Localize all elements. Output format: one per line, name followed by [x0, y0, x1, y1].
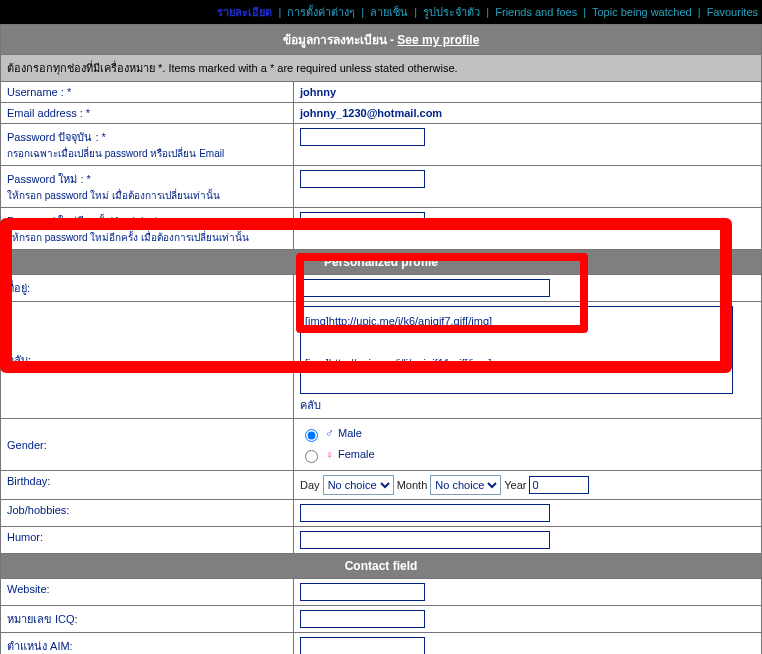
year-input[interactable]	[529, 476, 589, 494]
email-label: Email address : *	[1, 103, 294, 124]
nav-friends[interactable]: Friends and foes	[495, 6, 577, 18]
nav-signature[interactable]: ลายเซ็น	[370, 6, 408, 18]
month-text: Month	[397, 479, 428, 491]
password-again-input[interactable]	[300, 212, 425, 230]
password-new-label: Password ใหม่ : * ให้กรอก password ใหม่ …	[1, 166, 294, 208]
male-icon: ♂	[325, 423, 334, 445]
profile-table: ข้อมูลการลงทะเบียน - See my profile ต้อง…	[0, 24, 762, 654]
email-value: johnny_1230@hotmail.com	[294, 103, 762, 124]
icq-input[interactable]	[300, 610, 425, 628]
day-text: Day	[300, 479, 320, 491]
nav-details[interactable]: รายละเอียด	[217, 6, 272, 18]
birthday-label: Birthday:	[1, 471, 294, 500]
humor-input[interactable]	[300, 531, 550, 549]
gender-female-text: Female	[338, 445, 375, 465]
username-label: Username : *	[1, 82, 294, 103]
password-current-label: Password ปัจจุบัน : * กรอกเฉพาะเมื่อเปลี…	[1, 124, 294, 166]
club-hint: คลับ	[300, 396, 755, 414]
required-note: ต้องกรอกทุกช่องที่มีเครื่องหมาย *. Items…	[1, 55, 762, 82]
gender-male-text: Male	[338, 424, 362, 444]
see-profile-link[interactable]: See my profile	[397, 33, 479, 47]
nav-watched[interactable]: Topic being watched	[592, 6, 692, 18]
password-again-label: Password ใหม่อีกครั้ง(Again) : * ให้กรอก…	[1, 208, 294, 250]
password-current-input[interactable]	[300, 128, 425, 146]
location-label: ที่อยู่:	[1, 275, 294, 302]
icq-label: หมายเลข ICQ:	[1, 606, 294, 633]
website-label: Website:	[1, 579, 294, 606]
day-select[interactable]: No choice	[323, 475, 394, 495]
year-text: Year	[504, 479, 526, 491]
header-personalized: Personalized profile	[1, 250, 762, 275]
job-label: Job/hobbies:	[1, 500, 294, 527]
nav-favourites[interactable]: Favourites	[707, 6, 758, 18]
humor-label: Humor:	[1, 527, 294, 554]
website-input[interactable]	[300, 583, 425, 601]
aim-label: ตำแหน่ง AIM:	[1, 633, 294, 654]
header-contact: Contact field	[1, 554, 762, 579]
female-icon: ♀	[325, 445, 334, 467]
month-select[interactable]: No choice	[430, 475, 501, 495]
header-reginfo: ข้อมูลการลงทะเบียน - See my profile	[1, 25, 762, 55]
username-value: johnny	[294, 82, 762, 103]
club-textarea[interactable]	[300, 306, 733, 394]
gender-male-radio[interactable]	[305, 429, 318, 442]
club-label: คลับ:	[1, 302, 294, 419]
gender-female-radio[interactable]	[305, 450, 318, 463]
password-new-input[interactable]	[300, 170, 425, 188]
nav-avatar[interactable]: รูปประจำตัว	[423, 6, 480, 18]
location-input[interactable]	[300, 279, 550, 297]
nav-settings[interactable]: การตั้งค่าต่างๆ	[287, 6, 355, 18]
aim-input[interactable]	[300, 637, 425, 654]
gender-label: Gender:	[1, 419, 294, 471]
job-input[interactable]	[300, 504, 550, 522]
top-nav: รายละเอียด | การตั้งค่าต่างๆ | ลายเซ็น |…	[0, 0, 762, 24]
